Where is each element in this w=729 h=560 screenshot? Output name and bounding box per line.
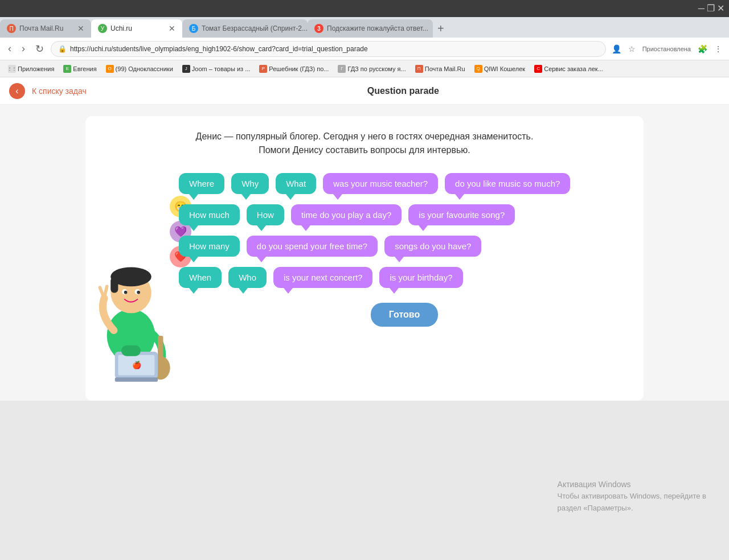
bookmark-favicon-serv: С — [534, 65, 542, 73]
bookmark-label-qiwi: QIWI Кошелек — [484, 65, 526, 72]
close-button[interactable]: ✕ — [717, 4, 724, 13]
bookmark-favicon-qiwi: Q — [474, 65, 482, 73]
window-controls[interactable]: ─ ❐ ✕ — [698, 4, 724, 13]
profile-icon-btn[interactable]: 👤 — [609, 42, 624, 56]
bubble-songs-do-you-have[interactable]: songs do you have? — [384, 236, 481, 257]
reload-button[interactable]: ↻ — [32, 40, 47, 57]
tab-close-uchi[interactable]: ✕ — [169, 24, 175, 33]
bookmark-qiwi[interactable]: Q QIWI Кошелек — [471, 64, 529, 74]
intro-text: Денис — популярный блогер. Сегодня у нег… — [99, 130, 630, 157]
bubble-do-you-like-music[interactable]: do you like music so much? — [445, 173, 570, 194]
star-icon-btn[interactable]: ☆ — [626, 42, 638, 56]
win-activate-line1: Активация Windows — [558, 478, 706, 491]
lock-icon: 🔒 — [58, 45, 67, 53]
bubble-why[interactable]: Why — [231, 173, 269, 194]
bubble-who[interactable]: Who — [228, 267, 267, 288]
svg-point-7 — [137, 291, 140, 294]
back-nav-button[interactable]: ‹ — [5, 40, 15, 57]
paused-label-btn[interactable]: Приостановлена — [640, 43, 693, 55]
bookmark-label-gdz2: ГДЗ по русскому я... — [347, 65, 406, 72]
bookmark-favicon-joom: J — [182, 65, 190, 73]
bookmark-favicon-ok: О — [106, 65, 114, 73]
bookmark-gdz2[interactable]: Г ГДЗ по русскому я... — [334, 64, 409, 74]
bubble-birthday[interactable]: is your birthday? — [379, 267, 462, 288]
bubble-row-3: How many do you spend your free time? so… — [179, 236, 630, 257]
tab-label-mail: Почта Mail.Ru — [19, 24, 63, 32]
maximize-button[interactable]: ❐ — [707, 4, 715, 13]
page-title: Question parade — [87, 86, 720, 96]
forward-nav-button[interactable]: › — [18, 40, 28, 57]
content-box: Денис — популярный блогер. Сегодня у нег… — [85, 116, 644, 401]
bubble-was-music-teacher[interactable]: was your music teacher? — [323, 173, 438, 194]
tab-favicon-uchi: У — [98, 24, 107, 33]
tab-uchi[interactable]: У Uchi.ru ✕ — [91, 19, 182, 38]
bookmark-evg[interactable]: Е Евгения — [60, 64, 100, 74]
intro-line2: Помоги Денису составить вопросы для инте… — [99, 143, 630, 157]
ready-button[interactable]: Готово — [371, 303, 438, 327]
main-content: Денис — популярный блогер. Сегодня у нег… — [0, 105, 729, 401]
url-text: https://uchi.ru/students/live_olympiads/… — [70, 45, 368, 53]
bookmark-mail[interactable]: П Почта Mail.Ru — [412, 64, 469, 74]
character-svg: 🍎 — [85, 207, 177, 389]
tab-label-podsk: Подскажите пожалуйста ответ... — [327, 24, 428, 32]
bubbles-area: Where Why What was your music teacher? d… — [179, 173, 630, 338]
bookmark-label-mail: Почта Mail.Ru — [425, 65, 465, 72]
app-header: ‹ К списку задач Question parade — [0, 77, 729, 105]
character-illustration: 🍎 — [85, 207, 177, 401]
bookmark-gdz1[interactable]: Р Решебник (ГДЗ) по... — [256, 64, 332, 74]
bubble-row-2: How much How time do you play a day? is … — [179, 204, 630, 225]
bookmark-favicon-gdz2: Г — [338, 65, 346, 73]
bookmark-favicon-mailbm: П — [415, 65, 423, 73]
win-activate-line2: Чтобы активировать Windows, перейдите в — [558, 491, 706, 503]
tab-close-mail[interactable]: ✕ — [77, 24, 84, 33]
tab-favicon-podsk: 3 — [314, 24, 323, 33]
address-bar: ‹ › ↻ 🔒 https://uchi.ru/students/live_ol… — [0, 38, 729, 60]
svg-point-6 — [124, 291, 128, 294]
bubble-time-do-you-play[interactable]: time do you play a day? — [291, 204, 402, 225]
svg-rect-13 — [115, 377, 158, 382]
bookmark-label-apps: Приложения — [18, 65, 54, 72]
back-to-tasks-button[interactable]: ‹ К списку задач — [9, 83, 87, 99]
url-box[interactable]: 🔒 https://uchi.ru/students/live_olympiad… — [51, 41, 606, 57]
bubble-row-1: Where Why What was your music teacher? d… — [179, 173, 630, 194]
tab-label-uchi: Uchi.ru — [110, 24, 132, 32]
bubble-how-many[interactable]: How many — [179, 236, 240, 257]
bubble-what[interactable]: What — [276, 173, 316, 194]
new-tab-button[interactable]: + — [433, 19, 449, 38]
windows-activation-watermark: Активация Windows Чтобы активировать Win… — [558, 478, 706, 514]
bubble-how-much[interactable]: How much — [179, 204, 240, 225]
tab-podsk[interactable]: 3 Подскажите пожалуйста ответ... ✕ — [308, 19, 433, 38]
tab-tomat[interactable]: Б Томат Безрассадный (Спринт-2... ✕ — [182, 19, 308, 38]
win-activate-line3: раздел «Параметры». — [558, 503, 706, 514]
bookmark-joom[interactable]: J Joom – товары из ... — [179, 64, 254, 74]
bookmark-label-serv: Сервис заказа лек... — [544, 65, 603, 72]
bookmark-apps[interactable]: ⋮⋮ Приложения — [5, 64, 58, 74]
bubble-when[interactable]: When — [179, 267, 222, 288]
bubble-is-favourite-song[interactable]: is your favourite song? — [408, 204, 515, 225]
bookmark-ok[interactable]: О (99) Одноклассники — [103, 64, 177, 74]
bookmark-favicon-apps: ⋮⋮ — [8, 65, 16, 73]
bubble-how[interactable]: How — [247, 204, 284, 225]
back-label: К списку задач — [32, 87, 87, 96]
tab-label-tomat: Томат Безрассадный (Спринт-2... — [202, 24, 308, 32]
extension-icon-btn[interactable]: 🧩 — [695, 42, 710, 56]
bubble-do-you-spend-free[interactable]: do you spend your free time? — [247, 236, 378, 257]
bookmark-favicon-evg: Е — [63, 65, 71, 73]
bookmark-label-evg: Евгения — [73, 65, 96, 72]
bookmarks-bar: ⋮⋮ Приложения Е Евгения О (99) Однокласс… — [0, 60, 729, 77]
svg-rect-3 — [110, 277, 118, 293]
tab-bar: П Почта Mail.Ru ✕ У Uchi.ru ✕ Б Томат Бе… — [0, 17, 729, 38]
minimize-button[interactable]: ─ — [698, 4, 705, 13]
bookmark-serv[interactable]: С Сервис заказа лек... — [531, 64, 607, 74]
menu-icon-btn[interactable]: ⋮ — [712, 42, 724, 56]
bubble-next-concert[interactable]: is your next concert? — [273, 267, 372, 288]
back-circle-icon: ‹ — [9, 83, 25, 99]
svg-text:🍎: 🍎 — [132, 360, 142, 370]
bubble-row-4: When Who is your next concert? is your b… — [179, 267, 630, 288]
tab-mail[interactable]: П Почта Mail.Ru ✕ — [0, 19, 91, 38]
bookmark-label-joom: Joom – товары из ... — [192, 65, 251, 72]
ready-row: Готово — [179, 298, 630, 327]
bubble-where[interactable]: Where — [179, 173, 224, 194]
bookmark-label-ok: (99) Одноклассники — [116, 65, 173, 72]
svg-rect-16 — [121, 345, 141, 356]
